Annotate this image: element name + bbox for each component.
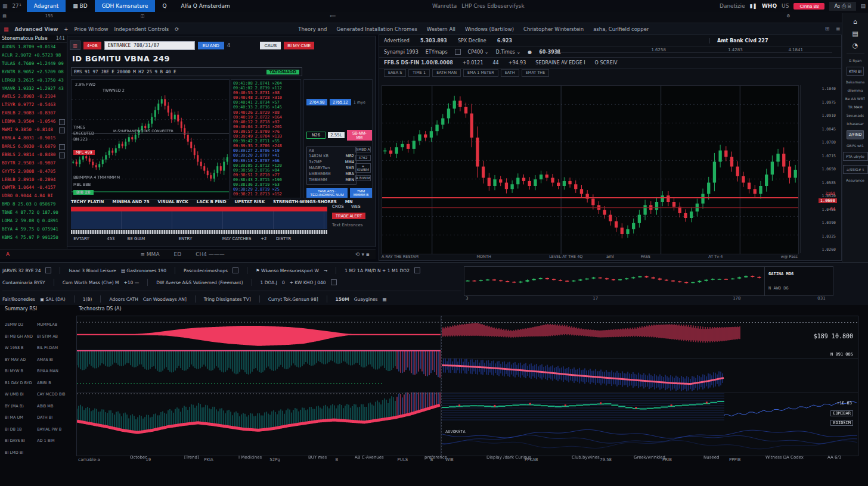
quantity-input[interactable]: N26	[306, 132, 326, 139]
order-mini-item[interactable]: 4762	[355, 155, 371, 161]
subbar-icon[interactable]: ⚙	[786, 14, 790, 18]
indicator-chip[interactable]: EAEA S	[384, 69, 406, 77]
dom-column-header[interactable]: UPSTAT RISK	[234, 200, 265, 204]
cancel-order-button[interactable]: 4+0B	[83, 42, 101, 49]
subbar-icon[interactable]: ◫	[141, 14, 145, 18]
left-indicator-panel[interactable]	[76, 316, 441, 456]
refresh-icon[interactable]: ⟳	[175, 26, 179, 32]
band-segment[interactable]	[100, 295, 101, 303]
band-segment[interactable]: DW Averse A&S Votinemed (Freemant)	[156, 280, 243, 285]
order-mini-item[interactable]: + KIWBM	[355, 163, 371, 173]
band-segment[interactable]	[327, 295, 327, 303]
indicator-header-1[interactable]: Summary RSI	[5, 306, 37, 311]
category-label[interactable]: October	[130, 455, 147, 460]
symbol-control[interactable]: Synampi 1993	[384, 49, 418, 55]
dom-column-header[interactable]: VISUAL BYCK	[158, 200, 188, 204]
watchlist-row[interactable]: LEBLB 2.8910 -0.2894	[0, 176, 67, 184]
watchlist-row[interactable]: BDYTR 2.9503 -0.9807	[0, 159, 67, 167]
band-segment[interactable]: Fair/Boonedies	[2, 297, 35, 302]
band-segment[interactable]: 1(B)	[83, 297, 92, 302]
band-segment[interactable]: ▤ Gastronomes 190	[121, 268, 166, 273]
watchlist-row[interactable]: MWMI 9.3850 -0.8148	[0, 126, 67, 134]
category-label[interactable]: Witness DA Codex	[765, 455, 804, 460]
sidebar-item[interactable]: GBI% wt1	[847, 144, 864, 148]
watchlist-row[interactable]: KBMS 4 75.97 P 991250	[0, 233, 67, 242]
menu-item[interactable]: Theory and	[298, 26, 327, 32]
dom-side-a[interactable]: CROS	[332, 204, 344, 209]
band-segment[interactable]: Tring Dissignates TV]	[204, 297, 251, 302]
sidebar-item[interactable]: ◔	[852, 42, 858, 49]
band-segment[interactable]: Curryt Tok.Gensun 98]	[268, 297, 318, 302]
left-price-chart[interactable]: 2.9% PWD TWWNED 2 M-SYNFRAMEWORKS CONVER…	[71, 79, 230, 200]
band-segment[interactable]: 0	[282, 280, 285, 285]
watchlist-row[interactable]: TBNE 4 87.72 Q 187.90	[0, 208, 67, 217]
grid-icon[interactable]: ▥	[70, 40, 80, 50]
category-label[interactable]: Nuseed	[703, 455, 719, 460]
watchlist-row[interactable]: AUDUS 1.8709 +0.0134	[0, 43, 67, 51]
menu-independent-controls[interactable]: Independent Controls	[114, 26, 169, 32]
band-segment[interactable]: ⚑ Wkanso Mensurassport W	[256, 268, 319, 273]
symbol-control[interactable]: CP400 ⌄	[468, 49, 489, 55]
order-form-row[interactable]: TMBMMMMEN	[309, 177, 354, 183]
band-segment[interactable]: Can Woodways AN]	[143, 297, 187, 302]
sidebar-item[interactable]: 2/FIND	[847, 130, 864, 139]
band-segment[interactable]: Pascodecrimoshops	[184, 268, 228, 273]
subbar-icon[interactable]: ⟸	[330, 14, 336, 18]
os-tab[interactable]: Alfa Q Amsterdam	[173, 0, 237, 12]
corner-icon[interactable]: ▤	[861, 3, 866, 9]
symbol-entry-input[interactable]	[104, 41, 195, 50]
right-indicator-panel[interactable]: $189 10.800 N 091 085 +1E 03 EDMIBAR EDI…	[441, 316, 858, 456]
band-segment[interactable]: ▣ SAL (DA)	[40, 297, 66, 302]
watchlist-row[interactable]: EBBLS 2.9814 -0.8480	[0, 151, 67, 159]
band-segment[interactable]: Adoors CATH	[109, 297, 138, 302]
band-segment[interactable]	[259, 295, 260, 303]
watchlist-row[interactable]: KBBLA 4.8031 -0.9015	[0, 134, 67, 142]
band-segment[interactable]	[45, 267, 51, 273]
time-and-sales-panel[interactable]: 09:41:08 2.8741 ×20409:41:02 2.8739 ×112…	[231, 79, 301, 198]
band-segment[interactable]	[54, 279, 54, 286]
watchlist-row[interactable]: CWMTR 1.0644 -0.4157	[0, 183, 67, 192]
watchlist-row[interactable]: UDBO 0.9044 4.84 BI	[0, 192, 67, 200]
dom-column-header[interactable]: MN	[345, 200, 353, 204]
confirm-button[interactable]: TAMLABS · TECHNOMING NUM	[306, 188, 348, 198]
watchlist-row[interactable]: BEYA 4 59.75 Q 075941	[0, 225, 67, 233]
sell-market-button[interactable]: BI MY CME	[284, 42, 314, 49]
tray-icons[interactable]: A₂ ⎙ ⌸	[829, 2, 855, 11]
watchlist-row[interactable]: AWELS 2.8903 -0.2104	[0, 92, 67, 101]
dom-column-header[interactable]: LACK B FIND	[197, 200, 227, 204]
indicator-chip[interactable]: EATH	[501, 69, 519, 77]
dom-depth-area[interactable]	[71, 211, 327, 229]
watchlist-row[interactable]: GYYTS 2.9808 -0.4705	[0, 167, 67, 176]
alert-button[interactable]: Cinna 88	[793, 3, 824, 10]
subbar-icon[interactable]: 155	[45, 14, 53, 18]
category-label[interactable]: AA 6/3	[827, 455, 841, 460]
indicator-chip[interactable]: TIME 1	[408, 69, 430, 77]
os-logo-icon[interactable]: ▦	[2, 3, 8, 9]
watchlist-row[interactable]: YMAVR 1.9332 +1.2927 43	[0, 85, 67, 93]
trade-alert-button[interactable]: TRADE ALERT	[332, 213, 365, 219]
sidebar-item[interactable]: Sev.w.ads	[847, 113, 864, 117]
sidebar-item[interactable]: KTRI BI	[847, 67, 864, 76]
category-label[interactable]: [Trend]	[184, 455, 199, 460]
band-segment[interactable]: 1 DOA.J	[261, 280, 277, 285]
os-tab[interactable]: Q	[155, 0, 173, 12]
category-label[interactable]: Display /dark Curious	[486, 455, 531, 460]
category-label[interactable]: BUY mes	[308, 455, 327, 460]
symbol-control[interactable]: D.Times ⌄	[496, 49, 521, 55]
band-segment[interactable]: Guaygines	[354, 297, 378, 302]
os-tab[interactable]: ▦ BD	[66, 0, 94, 12]
band-segment[interactable]: Com Worth Mass (Che) M	[63, 280, 119, 285]
account-box[interactable]: Amt Bank Civd 227	[709, 38, 836, 43]
sidebar-item[interactable]: G Ryan	[849, 58, 861, 63]
dom-column-header[interactable]: MINIMA AND 75	[112, 200, 149, 204]
menu-item[interactable]: Generated Installation Chromes	[337, 26, 417, 32]
band-segment[interactable]: 150M	[336, 297, 349, 302]
band-segment[interactable]: Isaac 3 Blood Leisure	[69, 268, 116, 273]
menu-item[interactable]: Western All	[427, 26, 455, 32]
status-right-icons[interactable]: ⟲ ▾ ▪	[355, 251, 370, 257]
add-icon[interactable]: +	[64, 26, 68, 32]
order-mini-item[interactable]: SMBD A	[355, 147, 371, 152]
band-segment[interactable]: +10 —	[124, 280, 140, 285]
price-stepper[interactable]: 2.55L	[328, 132, 345, 138]
watchlist-row[interactable]: LEBMA 3.9504 -1.0546	[0, 117, 67, 126]
